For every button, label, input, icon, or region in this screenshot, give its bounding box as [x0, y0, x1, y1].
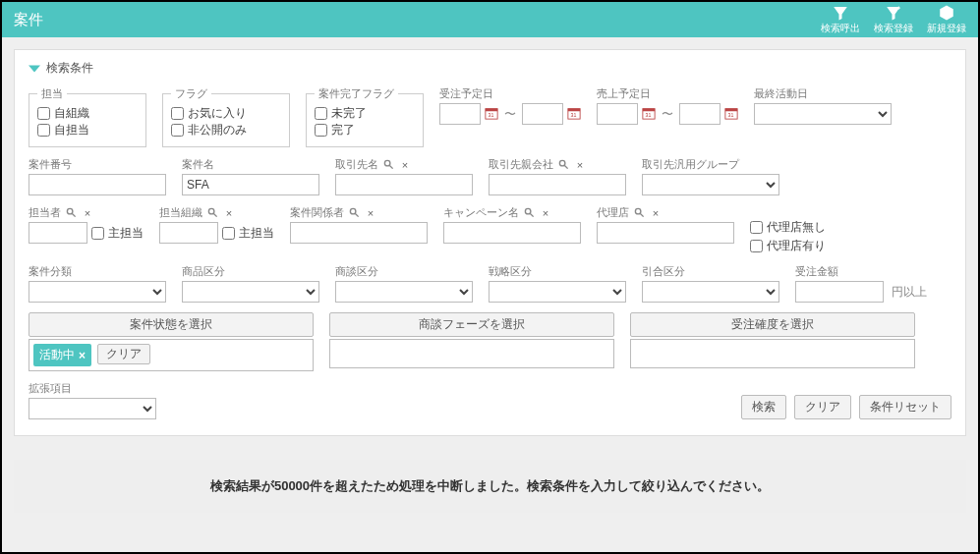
phase-tag-box[interactable] [329, 339, 614, 368]
app-header: 案件 検索呼出 + 検索登録 新規登録 [2, 2, 978, 37]
favorite-checkbox[interactable]: お気に入り [171, 105, 281, 122]
case-no-input[interactable] [29, 174, 166, 195]
strategy-class-select[interactable] [489, 281, 626, 303]
clear-icon[interactable]: × [649, 206, 663, 220]
private-only-checkbox[interactable]: 非公開のみ [171, 122, 281, 138]
clear-tags-button[interactable]: クリア [97, 344, 150, 364]
clear-icon[interactable]: × [573, 158, 587, 172]
nego-class-label: 商談区分 [335, 264, 473, 279]
svg-text:31: 31 [571, 112, 577, 118]
search-icon[interactable] [205, 206, 219, 220]
agency-input[interactable] [597, 222, 734, 244]
incomplete-checkbox[interactable]: 未完了 [315, 105, 415, 122]
campaign-input[interactable] [443, 222, 581, 244]
assignee-label: 担当者 [29, 205, 61, 220]
prob-tag-box[interactable] [630, 339, 915, 368]
calendar-icon[interactable]: 31 [567, 106, 581, 123]
svg-text:31: 31 [489, 112, 494, 118]
save-search-button[interactable]: + 検索登録 [874, 4, 913, 35]
main-assign-checkbox[interactable]: 主担当 [91, 225, 144, 242]
calendar-icon[interactable]: 31 [485, 106, 498, 123]
case-name-label: 案件名 [182, 157, 319, 172]
assignee-input[interactable] [29, 222, 87, 244]
search-icon[interactable] [347, 206, 361, 220]
search-icon[interactable] [556, 158, 570, 172]
assignee-org-label: 担当組織 [159, 205, 202, 220]
org-main-assign-checkbox[interactable]: 主担当 [222, 225, 274, 242]
select-phase-button[interactable]: 商談フェーズを選択 [329, 312, 614, 337]
calendar-icon[interactable]: 31 [642, 106, 656, 123]
active-tag[interactable]: 活動中× [33, 344, 91, 366]
svg-point-17 [67, 208, 73, 214]
clear-button[interactable]: クリア [794, 395, 851, 419]
sales-date-to[interactable] [679, 103, 721, 125]
svg-point-25 [635, 208, 641, 214]
result-message: 検索結果が50000件を超えたため処理を中断しました。検索条件を入力して絞り込ん… [14, 460, 966, 513]
search-icon[interactable] [632, 206, 646, 220]
ext-items-label: 拡張項目 [29, 381, 156, 396]
parent-account-label: 取引先親会社 [489, 157, 553, 172]
clear-icon[interactable]: × [222, 206, 236, 220]
clear-icon[interactable]: × [539, 206, 552, 220]
account-group-select[interactable] [642, 174, 779, 195]
svg-point-21 [350, 208, 356, 214]
ext-items-select[interactable] [29, 398, 156, 419]
svg-point-13 [384, 160, 390, 166]
clear-icon[interactable]: × [398, 158, 412, 172]
sales-date-label: 売上予定日 [597, 86, 738, 101]
order-amount-input[interactable] [795, 281, 884, 303]
related-label: 案件関係者 [290, 205, 344, 220]
compete-class-label: 引合区分 [642, 264, 779, 279]
compete-class-select[interactable] [642, 281, 779, 303]
sales-date-from[interactable] [597, 103, 638, 125]
reset-button[interactable]: 条件リセット [859, 395, 951, 419]
product-class-select[interactable] [182, 281, 319, 303]
clear-icon[interactable]: × [364, 206, 377, 220]
nego-class-select[interactable] [335, 281, 473, 303]
agency-none-checkbox[interactable]: 代理店無し [750, 219, 826, 236]
panel-toggle[interactable]: 検索条件 [29, 60, 951, 77]
select-prob-button[interactable]: 受注確度を選択 [630, 312, 915, 337]
last-activity-select[interactable] [754, 103, 892, 125]
account-name-input[interactable] [335, 174, 473, 195]
assignee-legend: 担当 [37, 86, 67, 101]
last-activity-label: 最終活動日 [754, 86, 892, 101]
related-input[interactable] [290, 222, 428, 244]
own-org-checkbox[interactable]: 自組織 [37, 105, 138, 122]
calendar-icon[interactable]: 31 [724, 106, 738, 123]
order-date-to[interactable] [522, 103, 563, 125]
own-assign-checkbox[interactable]: 自担当 [37, 122, 138, 138]
case-name-input[interactable] [182, 174, 319, 195]
status-tag-box[interactable]: 活動中× クリア [29, 339, 314, 371]
complete-checkbox[interactable]: 完了 [315, 122, 415, 138]
sales-date-col: 売上予定日 31 〜 31 [597, 86, 738, 147]
search-button[interactable]: 検索 [741, 395, 786, 419]
svg-line-26 [640, 213, 643, 216]
svg-line-20 [213, 213, 216, 216]
svg-text:31: 31 [728, 112, 734, 118]
agency-yes-checkbox[interactable]: 代理店有り [750, 238, 826, 254]
svg-line-24 [530, 213, 533, 216]
parent-account-input[interactable] [489, 174, 626, 195]
search-panel: 検索条件 担当 自組織 自担当 フラグ お気に入り 非公開のみ 案件完了フラグ … [14, 49, 966, 436]
recall-search-button[interactable]: 検索呼出 [821, 4, 860, 35]
svg-point-19 [208, 208, 214, 214]
caret-down-icon [29, 63, 40, 75]
account-group-label: 取引先汎用グループ [642, 157, 779, 172]
assignee-org-input[interactable] [159, 222, 218, 244]
flag-group: フラグ お気に入り 非公開のみ [162, 86, 290, 147]
campaign-label: キャンペーン名 [443, 205, 519, 220]
svg-line-16 [564, 165, 567, 168]
search-icon[interactable] [64, 206, 78, 220]
remove-tag-icon[interactable]: × [79, 349, 86, 362]
order-date-from[interactable] [439, 103, 481, 125]
search-icon[interactable] [522, 206, 536, 220]
new-record-button[interactable]: 新規登録 [927, 4, 966, 35]
select-status-button[interactable]: 案件状態を選択 [29, 312, 314, 337]
clear-icon[interactable]: × [81, 206, 94, 220]
case-class-select[interactable] [29, 281, 166, 303]
svg-line-14 [389, 165, 392, 168]
svg-text:+: + [896, 4, 901, 13]
search-icon[interactable] [381, 158, 395, 172]
svg-line-22 [355, 213, 358, 216]
